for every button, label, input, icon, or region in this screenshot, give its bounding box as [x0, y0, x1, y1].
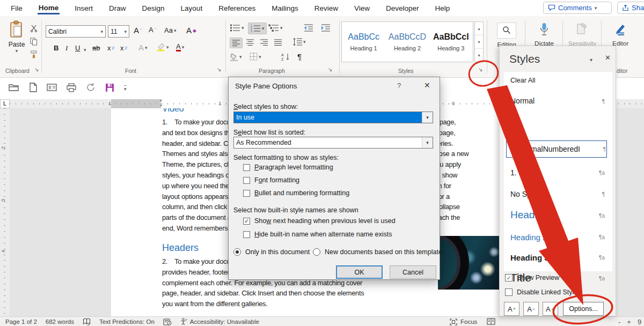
new-style-button[interactable]: A+ [504, 302, 519, 316]
show-next-heading-checkbox[interactable]: ✓ Show next heading when previous level … [243, 217, 396, 225]
underline-button[interactable]: U [75, 44, 80, 52]
checkbox-unchecked[interactable] [243, 164, 250, 171]
clear-formatting-button[interactable]: A◆ [186, 26, 196, 35]
align-left-button[interactable] [230, 38, 243, 48]
hide-builtin-name-checkbox[interactable]: Hide built-in name when alternate name e… [243, 231, 392, 238]
superscript-button[interactable]: x2 [120, 44, 127, 52]
checkbox-unchecked[interactable] [505, 288, 513, 296]
style-item-no-spacing[interactable]: No Spacing [510, 190, 549, 198]
increase-indent-button[interactable] [321, 24, 331, 32]
decrease-indent-button[interactable] [304, 24, 313, 32]
tab-design[interactable]: Design [141, 2, 166, 14]
font-name-combo[interactable]: Calibri▾ [46, 25, 106, 38]
accessibility-indicator[interactable]: ?Accessibility: Unavailable [180, 318, 259, 325]
font-color-button[interactable]: A▾ [176, 43, 184, 51]
chevron-down-icon[interactable]: ▾ [84, 47, 86, 53]
chevron-down-icon[interactable]: ▾ [422, 112, 433, 123]
align-center-button[interactable] [246, 39, 254, 46]
tab-stop-selector[interactable]: L [0, 99, 10, 108]
tab-developer[interactable]: Developer [385, 2, 420, 14]
tab-references[interactable]: References [217, 2, 257, 14]
paragraph-formatting-checkbox[interactable]: Paragraph level formatting [243, 164, 333, 171]
chevron-down-icon[interactable]: ▾ [422, 137, 433, 148]
tab-view[interactable]: View [353, 2, 371, 14]
checkbox-unchecked[interactable] [243, 177, 250, 184]
style-inspector-button[interactable]: A⌕ [523, 302, 539, 316]
paste-button[interactable]: Paste ▾ [4, 20, 29, 54]
sort-dropdown[interactable]: As Recommended ▾ [233, 137, 433, 149]
line-spacing-button[interactable]: ▾ [292, 38, 306, 46]
manage-styles-button[interactable]: A✓ [543, 302, 558, 316]
dictate-button[interactable]: Dictate [530, 23, 558, 47]
gallery-style-heading1[interactable]: AaBbCc Heading 1 [342, 22, 385, 62]
tab-file[interactable]: File [10, 2, 24, 14]
styles-dialog-launcher[interactable]: ↘ [478, 67, 482, 72]
style-item-heading2[interactable]: Heading 2 [510, 233, 547, 242]
font-dialog-launcher[interactable]: ↘ [217, 67, 221, 72]
tab-help[interactable]: Help [434, 2, 451, 14]
editing-button[interactable]: Editing [493, 23, 521, 48]
proofing-button[interactable] [83, 318, 91, 325]
disable-linked-styles-checkbox[interactable]: Disable Linked Styles [505, 288, 581, 296]
checkbox-checked[interactable]: ✓ [505, 274, 513, 281]
change-case-button[interactable]: Aa ▾ [164, 26, 176, 34]
help-icon[interactable]: ? [397, 82, 401, 90]
tracking-button[interactable] [163, 318, 172, 325]
italic-button[interactable]: I [65, 44, 68, 53]
tab-mailings[interactable]: Mailings [270, 2, 299, 14]
clear-all-item[interactable]: Clear All [510, 77, 536, 84]
tab-draw[interactable]: Draw [108, 2, 127, 14]
sort-button[interactable]: AZ [281, 53, 290, 61]
undo-button[interactable] [86, 83, 96, 94]
tab-home[interactable]: Home [38, 2, 60, 14]
gallery-style-heading2[interactable]: AaBbCcD Heading 2 [385, 22, 429, 62]
clipboard-dialog-launcher[interactable]: ↘ [34, 67, 39, 72]
word-count[interactable]: 682 words [46, 318, 74, 325]
checkbox-checked[interactable]: ✓ [243, 218, 250, 225]
save-button[interactable] [105, 83, 114, 94]
style-item-heading1[interactable]: Heading 1 [510, 209, 557, 221]
checkbox-unchecked[interactable] [243, 190, 250, 197]
align-right-button[interactable] [260, 39, 268, 46]
style-item-heading3[interactable]: Heading 3 [510, 253, 549, 262]
zoom-in-button[interactable]: + [627, 318, 631, 326]
radio-selected[interactable] [233, 248, 241, 256]
new-document-button[interactable] [29, 83, 37, 94]
only-this-document-radio[interactable]: Only in this document [233, 248, 310, 256]
text-predictions-indicator[interactable]: Text Predictions: On [99, 318, 155, 325]
style-item-normalnumbered[interactable]: 1. NormalNumberedI [510, 145, 580, 153]
styles-to-show-dropdown[interactable]: In use ▾ [233, 112, 433, 123]
borders-button[interactable]: ▾ [250, 53, 261, 61]
text-effects-button[interactable]: A ▾ [138, 43, 148, 52]
shrink-font-button[interactable]: Aˇ [149, 26, 156, 34]
gallery-scroll-down[interactable]: ▾ [475, 35, 483, 49]
checkbox-unchecked[interactable] [243, 231, 250, 238]
paragraph-dialog-launcher[interactable]: ↘ [328, 67, 332, 72]
focus-mode-button[interactable]: Focus [450, 317, 477, 326]
strikethrough-button[interactable]: ab [92, 44, 100, 52]
show-preview-checkbox[interactable]: ✓ Show Preview [505, 274, 559, 281]
cancel-button[interactable]: Cancel [390, 265, 436, 279]
read-mode-button[interactable] [487, 318, 495, 326]
ok-button[interactable]: OK [336, 265, 383, 279]
new-documents-radio[interactable]: New documents based on this template [313, 248, 442, 256]
tab-insert[interactable]: Insert [74, 2, 94, 14]
justify-button[interactable] [274, 39, 282, 46]
tab-review[interactable]: Review [313, 2, 339, 14]
style-item-style1[interactable]: 1. Style1 [510, 168, 539, 177]
cut-button[interactable] [30, 25, 38, 34]
multilevel-list-button[interactable]: ▾ [268, 24, 283, 32]
vertical-ruler[interactable]: 2 3 4 [0, 108, 10, 316]
radio-unselected[interactable] [313, 248, 320, 256]
grow-font-button[interactable]: Aˆ [134, 26, 142, 35]
subscript-button[interactable]: x2 [107, 44, 114, 52]
qat-customize-button[interactable]: ▾ [124, 85, 127, 92]
tab-layout[interactable]: Layout [180, 2, 204, 14]
bullet-formatting-checkbox[interactable]: Bullet and numbering formatting [243, 189, 349, 197]
gallery-more-button[interactable]: ▾ [475, 49, 483, 62]
font-formatting-checkbox[interactable]: Font formatting [243, 176, 299, 184]
close-icon[interactable]: ✕ [424, 81, 430, 90]
highlight-button[interactable]: ▾ [157, 43, 169, 51]
camera-lens-photo[interactable] [438, 236, 502, 290]
contact-card-button[interactable] [47, 83, 57, 94]
